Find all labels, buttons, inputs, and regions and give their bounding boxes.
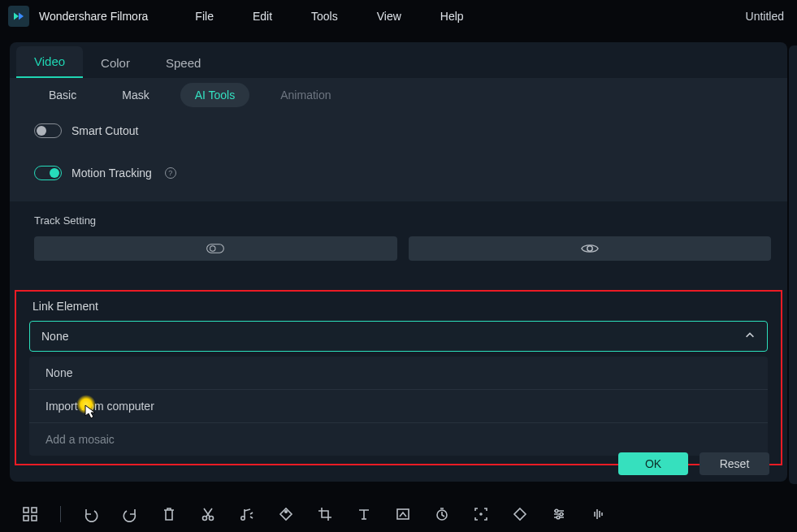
option-motion-tracking: Motion Tracking ? [34,159,771,187]
tag-icon[interactable] [277,505,295,523]
svg-point-8 [210,517,214,521]
sub-tabs: Basic Mask AI Tools Animation [10,78,787,112]
track-setting-label: Track Setting [34,214,771,227]
svg-point-7 [203,517,207,521]
reset-button[interactable]: Reset [700,452,769,475]
subtab-basic[interactable]: Basic [34,83,91,107]
adjust-icon[interactable] [550,505,568,523]
primary-tabs: Video Color Speed [10,42,787,78]
svg-rect-6 [32,516,37,521]
svg-point-13 [480,513,482,515]
redo-icon[interactable] [121,505,139,523]
svg-point-9 [241,517,245,520]
timer-icon[interactable] [433,505,451,523]
subtab-mask[interactable]: Mask [107,83,163,107]
inspector-panel: Video Color Speed Basic Mask AI Tools An… [10,42,787,482]
smart-cutout-label: Smart Cutout [71,124,138,137]
svg-rect-11 [397,509,409,519]
menu-file[interactable]: File [187,6,222,26]
app-icon [8,6,29,27]
svg-point-1 [210,246,215,251]
undo-icon[interactable] [82,505,100,523]
dropdown-option-none[interactable]: None [29,357,768,390]
ok-button[interactable]: OK [618,452,688,475]
svg-point-16 [557,516,560,519]
track-toggle-segment[interactable] [34,236,397,261]
menu-edit[interactable]: Edit [245,6,280,26]
subtab-animation[interactable]: Animation [266,83,345,107]
svg-point-2 [587,246,592,251]
svg-rect-5 [24,516,28,521]
right-side-strip [789,45,797,484]
text-icon[interactable] [355,505,373,523]
footer-buttons: OK Reset [618,452,769,475]
dropdown-option-mosaic[interactable]: Add a mosaic [29,423,768,456]
cut-icon[interactable] [199,505,217,523]
link-element-dropdown: None Import from computer Add a mosaic [29,357,768,456]
grid-icon[interactable] [21,505,39,523]
motion-tracking-label: Motion Tracking [71,167,152,179]
audio-detach-icon[interactable] [238,505,256,523]
keyframe-icon[interactable] [511,505,529,523]
bottom-toolbar [0,496,797,532]
svg-point-14 [555,509,558,513]
divider [60,506,61,522]
focus-icon[interactable] [472,505,490,523]
chevron-up-icon [744,330,756,344]
smart-cutout-toggle[interactable] [34,123,62,138]
app-name: Wondershare Filmora [39,10,148,23]
tab-video[interactable]: Video [16,46,83,78]
tab-speed[interactable]: Speed [148,48,219,78]
svg-rect-3 [24,508,28,513]
tab-color[interactable]: Color [83,48,148,78]
help-icon[interactable]: ? [165,167,176,179]
link-element-label: Link Element [32,300,768,313]
link-element-selected: None [41,330,68,343]
menu-help[interactable]: Help [432,6,472,26]
motion-tracking-toggle[interactable] [34,166,62,180]
link-element-region: Link Element None None Import from compu… [15,290,782,465]
speed-ramp-icon[interactable] [394,505,412,523]
waveform-icon[interactable] [589,505,607,523]
track-visibility-segment[interactable] [409,236,772,261]
options-area: Smart Cutout Motion Tracking ? [10,112,787,201]
menubar: Wondershare Filmora File Edit Tools View… [0,0,797,32]
svg-point-10 [285,511,287,513]
option-smart-cutout: Smart Cutout [34,117,771,145]
svg-point-15 [560,513,563,516]
link-element-combo[interactable]: None [29,321,768,352]
dropdown-option-import[interactable]: Import from computer [29,390,768,423]
crop-icon[interactable] [316,505,334,523]
document-title: Untitled [746,10,789,23]
svg-rect-4 [32,508,37,513]
menu-tools[interactable]: Tools [303,6,346,26]
track-setting-section: Track Setting [10,201,787,261]
delete-icon[interactable] [160,505,178,523]
subtab-ai-tools[interactable]: AI Tools [180,83,250,107]
menu-view[interactable]: View [369,6,409,26]
